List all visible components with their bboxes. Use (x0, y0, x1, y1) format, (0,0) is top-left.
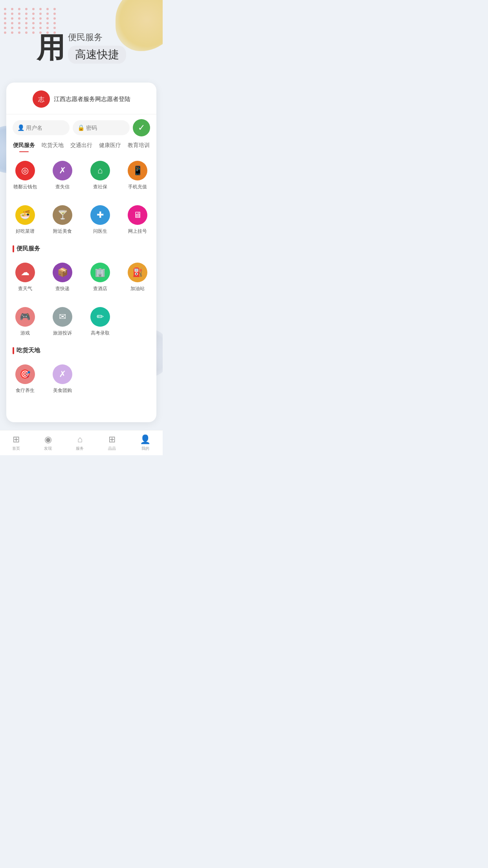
service-label: 加油站 (130, 285, 145, 292)
nav-item-0[interactable]: ⊞ 首页 (12, 434, 20, 451)
nav-icon-2: ⌂ (77, 434, 83, 445)
service-item-问医生[interactable]: ✚ 问医生 (81, 200, 119, 238)
service-item-查失信[interactable]: ✗ 查失信 (44, 155, 82, 193)
nav-item-1[interactable]: ◉ 发现 (44, 434, 52, 451)
service-item-查天气[interactable]: ☁ 查天气 (6, 257, 44, 295)
section-dot (13, 245, 14, 252)
password-input-wrap: 🔒 (73, 120, 130, 135)
section-dot2 (13, 347, 14, 354)
service-grid-row1: ◎ 赣鄱云钱包 ✗ 查失信 ⌂ 查社保 📱 手机充值 (6, 152, 156, 197)
service-item-加油站[interactable]: ⛽ 加油站 (119, 257, 157, 295)
login-submit-button[interactable]: ✓ (133, 119, 150, 136)
service-label: 食疗养生 (16, 387, 35, 394)
tabs-bar: 便民服务吃货天地交通出行健康医疗教育培训 (6, 136, 156, 152)
hero-main-char: 用 (37, 33, 65, 62)
service-icon: ◎ (15, 161, 35, 180)
service-label: 旅游投诉 (53, 330, 72, 337)
service-label: 查社保 (93, 184, 107, 190)
service-item-旅游投诉[interactable]: ✉ 旅游投诉 (44, 302, 82, 340)
service-label: 好吃菜谱 (16, 228, 35, 235)
main-card: 志 江西志愿者服务网志愿者登陆 👤 🔒 ✓ 便民服务吃货天地交通出行健康医疗教育… (6, 83, 156, 422)
service-icon: ✗ (53, 364, 72, 384)
service-icon: 🎯 (15, 364, 35, 384)
service-icon: ✚ (90, 205, 110, 225)
service-icon: ☁ (15, 263, 35, 282)
service-item-查酒店[interactable]: 🏢 查酒店 (81, 257, 119, 295)
service-icon: 🏢 (90, 263, 110, 282)
tab-1[interactable]: 吃货天地 (39, 142, 66, 152)
service-item-食疗养生[interactable]: 🎯 食疗养生 (6, 359, 44, 397)
login-title: 江西志愿者服务网志愿者登陆 (54, 96, 130, 103)
service-label: 手机充值 (128, 184, 147, 190)
nav-label-4: 我的 (141, 446, 149, 451)
service-label: 查天气 (18, 285, 32, 292)
service-item-手机充值[interactable]: 📱 手机充值 (119, 155, 157, 193)
service-icon: 🍸 (53, 205, 72, 225)
service-icon: ⛽ (128, 263, 147, 282)
login-logo: 志 (33, 90, 50, 108)
nav-label-1: 发现 (44, 446, 52, 451)
nav-icon-4: 👤 (140, 434, 150, 445)
service-item-赣鄱云钱包[interactable]: ◎ 赣鄱云钱包 (6, 155, 44, 193)
tab-4[interactable]: 教育培训 (125, 142, 152, 152)
service-icon: 📦 (53, 263, 72, 282)
nav-icon-0: ⊞ (13, 434, 20, 445)
service-label: 查快递 (55, 285, 70, 292)
bottom-nav: ⊞ 首页 ◉ 发现 ⌂ 服务 ⊞ 品品 👤 我的 (0, 430, 163, 455)
login-section: 志 江西志愿者服务网志愿者登陆 (6, 90, 156, 114)
hero-subtitle2: 高速快捷 (68, 46, 126, 64)
user-icon: 👤 (17, 124, 25, 131)
service-icon: 🎮 (15, 307, 35, 327)
section-chihuo-label: 吃货天地 (17, 347, 40, 354)
service-label: 问医生 (93, 228, 107, 235)
lock-icon: 🔒 (77, 124, 85, 131)
service-item-查快递[interactable]: 📦 查快递 (44, 257, 82, 295)
login-fields: 👤 🔒 ✓ (6, 114, 156, 136)
tab-3[interactable]: 健康医疗 (97, 142, 124, 152)
nav-icon-1: ◉ (44, 434, 52, 445)
section-bianhmin-label: 便民服务 (17, 245, 40, 252)
nav-icon-3: ⊞ (108, 434, 116, 445)
service-label: 查失信 (55, 184, 70, 190)
service-grid-row4: 🎮 游戏 ✉ 旅游投诉 ✏ 高考录取 (6, 298, 156, 343)
service-icon: 🖥 (128, 205, 147, 225)
service-label: 赣鄱云钱包 (13, 184, 37, 190)
service-item-高考录取[interactable]: ✏ 高考录取 (81, 302, 119, 340)
section-chihuo-title: 吃货天地 (6, 343, 156, 356)
username-input-wrap: 👤 (13, 120, 70, 135)
service-icon: 🍜 (15, 205, 35, 225)
service-item-附近美食[interactable]: 🍸 附近美食 (44, 200, 82, 238)
service-icon: 📱 (128, 161, 147, 180)
nav-label-3: 品品 (108, 446, 116, 451)
service-item-好吃菜谱[interactable]: 🍜 好吃菜谱 (6, 200, 44, 238)
service-grid-row2: 🍜 好吃菜谱 🍸 附近美食 ✚ 问医生 🖥 网上挂号 (6, 197, 156, 241)
service-icon: ✏ (90, 307, 110, 327)
service-grid-row3: ☁ 查天气 📦 查快递 🏢 查酒店 ⛽ 加油站 (6, 254, 156, 298)
tab-0[interactable]: 便民服务 (10, 142, 37, 152)
service-item-查社保[interactable]: ⌂ 查社保 (81, 155, 119, 193)
nav-label-2: 服务 (76, 446, 84, 451)
service-item-网上挂号[interactable]: 🖥 网上挂号 (119, 200, 157, 238)
service-label: 查酒店 (93, 285, 107, 292)
nav-item-4[interactable]: 👤 我的 (140, 434, 150, 451)
hero-subtitle1: 便民服务 (68, 31, 103, 43)
service-icon: ⌂ (90, 161, 110, 180)
service-label: 美食团购 (53, 387, 72, 394)
tab-2[interactable]: 交通出行 (68, 142, 95, 152)
nav-item-3[interactable]: ⊞ 品品 (108, 434, 116, 451)
service-label: 高考录取 (91, 330, 110, 337)
nav-label-0: 首页 (12, 446, 20, 451)
svg-text:志: 志 (38, 96, 44, 103)
service-icon: ✉ (53, 307, 72, 327)
hero-section: 用 便民服务 高速快捷 (0, 0, 163, 79)
section-bianhmin-title: 便民服务 (6, 241, 156, 254)
service-label: 游戏 (20, 330, 30, 337)
service-item-美食团购[interactable]: ✗ 美食团购 (44, 359, 82, 397)
service-label: 附近美食 (53, 228, 72, 235)
service-item-游戏[interactable]: 🎮 游戏 (6, 302, 44, 340)
nav-item-2[interactable]: ⌂ 服务 (76, 434, 84, 451)
service-icon: ✗ (53, 161, 72, 180)
service-label: 网上挂号 (128, 228, 147, 235)
